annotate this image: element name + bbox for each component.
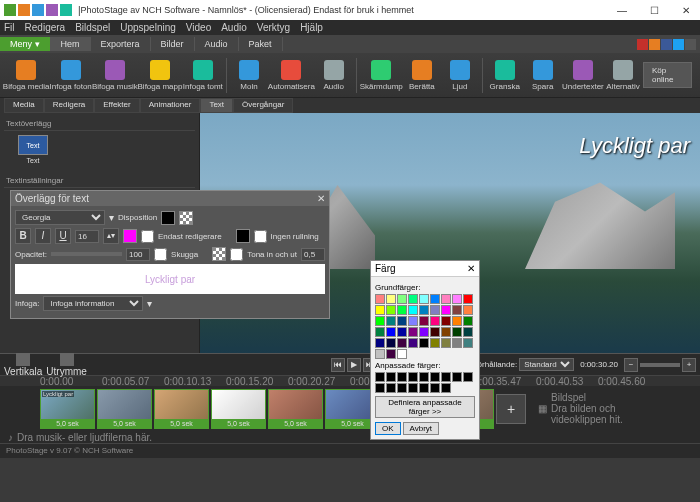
menu-verktyg[interactable]: Verktyg <box>257 22 290 33</box>
share-icon[interactable] <box>649 39 660 50</box>
qa-icon[interactable] <box>60 4 72 16</box>
custom-swatch[interactable] <box>463 372 473 382</box>
color-swatch[interactable] <box>397 349 407 359</box>
menu-fil[interactable]: Fil <box>4 22 15 33</box>
ribbon-undertexter[interactable]: Undertexter <box>563 58 603 93</box>
color-swatch[interactable] <box>386 327 396 337</box>
ribbon-granska[interactable]: Granska <box>487 58 523 93</box>
timeline-clip[interactable]: 5,0 sek <box>268 389 323 429</box>
qa-icon[interactable] <box>46 4 58 16</box>
custom-swatch[interactable] <box>397 372 407 382</box>
cancel-button[interactable]: Avbryt <box>403 422 440 435</box>
ribbon-bifoga-media[interactable]: Bifoga media <box>4 58 48 93</box>
ribbon-alternativ[interactable]: Alternativ <box>605 58 641 93</box>
fontsize-input[interactable] <box>75 230 99 243</box>
custom-swatch[interactable] <box>452 372 462 382</box>
space-button[interactable]: Utrymme <box>46 352 87 377</box>
tab-hem[interactable]: Hem <box>51 37 91 51</box>
custom-swatch[interactable] <box>397 383 407 393</box>
subtab-redigera[interactable]: Redigera <box>44 98 94 113</box>
text-preview[interactable]: Lyckligt par <box>15 264 325 294</box>
color-close[interactable]: ✕ <box>467 263 475 274</box>
menu-dropdown[interactable]: Meny ▾ <box>0 37 51 51</box>
color-swatch[interactable] <box>386 338 396 348</box>
tona-value[interactable] <box>301 248 325 261</box>
subtab-effekter[interactable]: Effekter <box>94 98 139 113</box>
skugga-check[interactable] <box>154 248 167 261</box>
text-color[interactable] <box>123 229 137 243</box>
zoom-in[interactable]: + <box>682 358 696 372</box>
color-swatch[interactable] <box>419 338 429 348</box>
color-swatch[interactable] <box>397 294 407 304</box>
custom-swatch[interactable] <box>441 372 451 382</box>
tab-audio[interactable]: Audio <box>195 37 239 51</box>
aspect-select[interactable]: Standard <box>519 358 574 371</box>
timeline-clip[interactable]: 5,0 sek <box>154 389 209 429</box>
zoom-out[interactable]: − <box>624 358 638 372</box>
ribbon-spara[interactable]: Spara <box>525 58 561 93</box>
color-swatch[interactable] <box>441 305 451 315</box>
custom-swatch[interactable] <box>430 383 440 393</box>
define-colors-button[interactable]: Definiera anpassade färger >> <box>375 396 475 418</box>
minimize-button[interactable]: — <box>612 5 632 16</box>
timeline-clip[interactable]: Lyckligt par5,0 sek <box>40 389 95 429</box>
color-swatch[interactable] <box>375 349 385 359</box>
ribbon-ljud[interactable]: Ljud <box>442 58 478 93</box>
tona-check[interactable] <box>230 248 243 261</box>
underline-button[interactable]: U <box>55 228 71 244</box>
italic-button[interactable]: I <box>35 228 51 244</box>
color-swatch[interactable] <box>430 294 440 304</box>
color-swatch[interactable] <box>419 294 429 304</box>
color-swatch[interactable] <box>430 338 440 348</box>
timeline-clip[interactable]: 5,0 sek <box>211 389 266 429</box>
color-swatch[interactable] <box>375 316 385 326</box>
youtube-icon[interactable] <box>637 39 648 50</box>
maximize-button[interactable]: ☐ <box>644 5 664 16</box>
color-swatch[interactable] <box>386 316 396 326</box>
buy-online-button[interactable]: Köp online <box>643 62 692 88</box>
color-swatch[interactable] <box>386 305 396 315</box>
color-swatch[interactable] <box>408 305 418 315</box>
ribbon-infoga-foton[interactable]: Infoga foton <box>50 58 91 93</box>
twitter-icon[interactable] <box>673 39 684 50</box>
menu-bildspel[interactable]: Bildspel <box>75 22 110 33</box>
zoom-slider[interactable] <box>640 363 680 367</box>
tab-exportera[interactable]: Exportera <box>91 37 151 51</box>
menu-audio[interactable]: Audio <box>221 22 247 33</box>
color-swatch[interactable] <box>408 294 418 304</box>
color-swatch[interactable] <box>419 327 429 337</box>
outline-color[interactable] <box>161 211 175 225</box>
color-box[interactable] <box>212 247 226 261</box>
color-swatch[interactable] <box>430 327 440 337</box>
menu-redigera[interactable]: Redigera <box>25 22 66 33</box>
opacity-value[interactable] <box>126 248 150 261</box>
color-swatch[interactable] <box>408 338 418 348</box>
color-swatch[interactable] <box>397 338 407 348</box>
custom-swatch[interactable] <box>408 383 418 393</box>
ribbon-bifoga-mapp[interactable]: Bifoga mapp <box>139 58 182 93</box>
infoga-select[interactable]: Infoga information <box>43 296 143 311</box>
ingen-check[interactable] <box>254 230 267 243</box>
vertical-button[interactable]: Vertikala <box>4 352 42 377</box>
color-swatch[interactable] <box>397 316 407 326</box>
menu-video[interactable]: Video <box>186 22 211 33</box>
custom-swatch[interactable] <box>375 372 385 382</box>
qa-icon[interactable] <box>18 4 30 16</box>
menu-uppspelning[interactable]: Uppspelning <box>120 22 176 33</box>
color-swatch[interactable] <box>386 349 396 359</box>
size-spinner[interactable]: ▴▾ <box>103 228 119 244</box>
custom-swatch[interactable] <box>430 372 440 382</box>
color-swatch[interactable] <box>452 305 462 315</box>
menu-hjalp[interactable]: Hjälp <box>300 22 323 33</box>
custom-swatch[interactable] <box>441 383 451 393</box>
ribbon-bifoga-musik[interactable]: Bifoga musik <box>93 58 137 93</box>
qa-icon[interactable] <box>32 4 44 16</box>
color-swatch[interactable] <box>463 316 473 326</box>
ribbon-infoga-tomt[interactable]: Infoga tomt <box>183 58 222 93</box>
help-icon[interactable] <box>685 39 696 50</box>
custom-swatch[interactable] <box>419 383 429 393</box>
color-swatch[interactable] <box>375 327 385 337</box>
custom-swatch[interactable] <box>419 372 429 382</box>
tab-bilder[interactable]: Bilder <box>151 37 195 51</box>
bg-color[interactable] <box>179 211 193 225</box>
